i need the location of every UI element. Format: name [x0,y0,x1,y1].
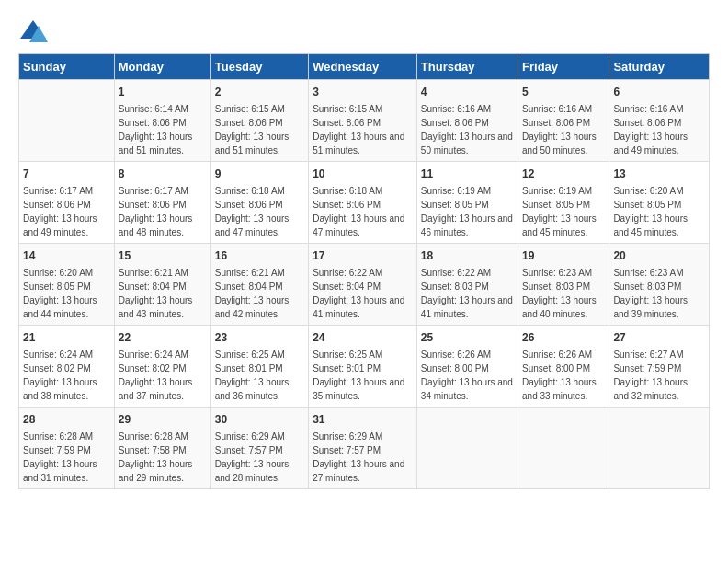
date-number: 12 [522,166,605,182]
date-number: 21 [23,329,110,346]
date-number: 19 [522,247,605,264]
cell-info: Sunrise: 6:23 AMSunset: 8:03 PMDaylight:… [522,266,605,321]
date-number: 6 [613,84,705,100]
calendar-cell: 15Sunrise: 6:21 AMSunset: 8:04 PMDayligh… [114,244,210,326]
calendar-cell: 12Sunrise: 6:19 AMSunset: 8:05 PMDayligh… [518,162,609,244]
day-header-thursday: Thursday [416,54,518,80]
calendar-cell: 13Sunrise: 6:20 AMSunset: 8:05 PMDayligh… [609,162,710,244]
date-number: 13 [613,166,705,182]
date-number: 14 [23,247,110,264]
date-number: 20 [613,247,705,264]
calendar-cell: 24Sunrise: 6:25 AMSunset: 8:01 PMDayligh… [309,326,417,408]
cell-info: Sunrise: 6:24 AMSunset: 8:02 PMDaylight:… [119,348,207,403]
calendar-cell: 21Sunrise: 6:24 AMSunset: 8:02 PMDayligh… [19,326,115,408]
calendar-cell: 22Sunrise: 6:24 AMSunset: 8:02 PMDayligh… [114,326,210,408]
calendar-cell: 20Sunrise: 6:23 AMSunset: 8:03 PMDayligh… [609,244,710,326]
cell-info: Sunrise: 6:23 AMSunset: 8:03 PMDaylight:… [613,266,705,321]
cell-info: Sunrise: 6:24 AMSunset: 8:02 PMDaylight:… [23,348,110,403]
calendar-cell: 10Sunrise: 6:18 AMSunset: 8:06 PMDayligh… [309,162,417,244]
week-row-1: 1Sunrise: 6:14 AMSunset: 8:06 PMDaylight… [19,80,710,162]
calendar-cell: 14Sunrise: 6:20 AMSunset: 8:05 PMDayligh… [19,244,115,326]
calendar-cell: 30Sunrise: 6:29 AMSunset: 7:57 PMDayligh… [210,408,308,489]
cell-info: Sunrise: 6:18 AMSunset: 8:06 PMDaylight:… [313,184,413,239]
date-number: 5 [522,84,605,100]
calendar-cell: 28Sunrise: 6:28 AMSunset: 7:59 PMDayligh… [19,408,115,489]
cell-info: Sunrise: 6:18 AMSunset: 8:06 PMDaylight:… [215,184,304,239]
cell-info: Sunrise: 6:20 AMSunset: 8:05 PMDaylight:… [23,266,110,321]
calendar-cell: 26Sunrise: 6:26 AMSunset: 8:00 PMDayligh… [518,326,609,408]
cell-info: Sunrise: 6:25 AMSunset: 8:01 PMDaylight:… [313,348,413,403]
calendar-cell: 11Sunrise: 6:19 AMSunset: 8:05 PMDayligh… [416,162,518,244]
date-number: 11 [421,166,514,182]
cell-info: Sunrise: 6:20 AMSunset: 8:05 PMDaylight:… [613,184,705,239]
date-number: 10 [313,166,413,182]
cell-info: Sunrise: 6:16 AMSunset: 8:06 PMDaylight:… [421,102,514,157]
cell-info: Sunrise: 6:19 AMSunset: 8:05 PMDaylight:… [421,184,514,239]
cell-info: Sunrise: 6:15 AMSunset: 8:06 PMDaylight:… [313,102,413,157]
calendar-cell [416,408,518,489]
calendar-cell: 19Sunrise: 6:23 AMSunset: 8:03 PMDayligh… [518,244,609,326]
calendar-cell: 3Sunrise: 6:15 AMSunset: 8:06 PMDaylight… [309,80,417,162]
day-header-wednesday: Wednesday [309,54,417,80]
calendar-cell: 8Sunrise: 6:17 AMSunset: 8:06 PMDaylight… [114,162,210,244]
cell-info: Sunrise: 6:21 AMSunset: 8:04 PMDaylight:… [119,266,207,321]
cell-info: Sunrise: 6:26 AMSunset: 8:00 PMDaylight:… [522,348,605,403]
calendar-cell: 2Sunrise: 6:15 AMSunset: 8:06 PMDaylight… [210,80,308,162]
calendar-cell [609,408,710,489]
cell-info: Sunrise: 6:25 AMSunset: 8:01 PMDaylight:… [215,348,304,403]
calendar-cell: 4Sunrise: 6:16 AMSunset: 8:06 PMDaylight… [416,80,518,162]
date-number: 25 [421,329,514,346]
calendar-cell: 9Sunrise: 6:18 AMSunset: 8:06 PMDaylight… [210,162,308,244]
cell-info: Sunrise: 6:22 AMSunset: 8:03 PMDaylight:… [421,266,514,321]
date-number: 3 [313,84,413,100]
date-number: 23 [215,329,304,346]
day-header-sunday: Sunday [19,54,115,80]
day-header-saturday: Saturday [609,54,710,80]
date-number: 1 [119,84,207,100]
date-number: 27 [613,329,705,346]
cell-info: Sunrise: 6:28 AMSunset: 7:59 PMDaylight:… [23,430,110,485]
week-row-4: 21Sunrise: 6:24 AMSunset: 8:02 PMDayligh… [19,326,710,408]
header [18,18,710,44]
calendar-cell: 31Sunrise: 6:29 AMSunset: 7:57 PMDayligh… [309,408,417,489]
cell-info: Sunrise: 6:28 AMSunset: 7:58 PMDaylight:… [119,430,207,485]
date-number: 30 [215,411,304,428]
week-row-3: 14Sunrise: 6:20 AMSunset: 8:05 PMDayligh… [19,244,710,326]
cell-info: Sunrise: 6:21 AMSunset: 8:04 PMDaylight:… [215,266,304,321]
calendar-cell: 1Sunrise: 6:14 AMSunset: 8:06 PMDaylight… [114,80,210,162]
cell-info: Sunrise: 6:16 AMSunset: 8:06 PMDaylight:… [522,102,605,157]
date-number: 18 [421,247,514,264]
calendar-cell [518,408,609,489]
calendar-cell: 17Sunrise: 6:22 AMSunset: 8:04 PMDayligh… [309,244,417,326]
calendar-cell: 7Sunrise: 6:17 AMSunset: 8:06 PMDaylight… [19,162,115,244]
cell-info: Sunrise: 6:29 AMSunset: 7:57 PMDaylight:… [313,430,413,485]
logo [18,18,51,44]
date-number: 2 [215,84,304,100]
date-number: 22 [119,329,207,346]
calendar-cell: 16Sunrise: 6:21 AMSunset: 8:04 PMDayligh… [210,244,308,326]
calendar-cell: 29Sunrise: 6:28 AMSunset: 7:58 PMDayligh… [114,408,210,489]
cell-info: Sunrise: 6:16 AMSunset: 8:06 PMDaylight:… [613,102,705,157]
day-header-monday: Monday [114,54,210,80]
calendar-cell: 23Sunrise: 6:25 AMSunset: 8:01 PMDayligh… [210,326,308,408]
date-number: 16 [215,247,304,264]
date-number: 24 [313,329,413,346]
date-number: 29 [119,411,207,428]
date-number: 26 [522,329,605,346]
calendar-cell: 25Sunrise: 6:26 AMSunset: 8:00 PMDayligh… [416,326,518,408]
cell-info: Sunrise: 6:14 AMSunset: 8:06 PMDaylight:… [119,102,207,157]
cell-info: Sunrise: 6:27 AMSunset: 7:59 PMDaylight:… [613,348,705,403]
date-number: 8 [119,166,207,182]
cell-info: Sunrise: 6:19 AMSunset: 8:05 PMDaylight:… [522,184,605,239]
cell-info: Sunrise: 6:22 AMSunset: 8:04 PMDaylight:… [313,266,413,321]
date-number: 4 [421,84,514,100]
date-number: 28 [23,411,110,428]
calendar-cell: 6Sunrise: 6:16 AMSunset: 8:06 PMDaylight… [609,80,710,162]
day-header-friday: Friday [518,54,609,80]
cell-info: Sunrise: 6:17 AMSunset: 8:06 PMDaylight:… [23,184,110,239]
calendar-cell: 5Sunrise: 6:16 AMSunset: 8:06 PMDaylight… [518,80,609,162]
cell-info: Sunrise: 6:26 AMSunset: 8:00 PMDaylight:… [421,348,514,403]
header-row: SundayMondayTuesdayWednesdayThursdayFrid… [19,54,710,80]
calendar-cell: 18Sunrise: 6:22 AMSunset: 8:03 PMDayligh… [416,244,518,326]
day-header-tuesday: Tuesday [210,54,308,80]
